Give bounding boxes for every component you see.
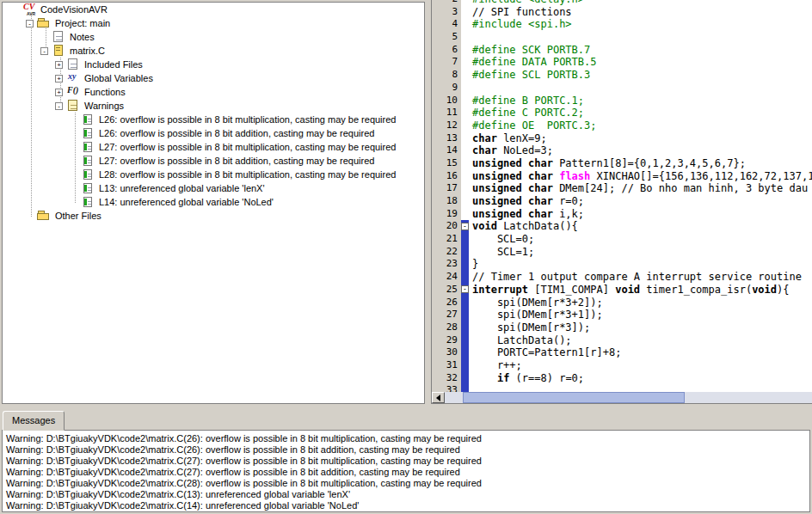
code-line[interactable]: 31 r++; (432, 359, 812, 372)
code-line[interactable]: 10#define B PORTC.1; (432, 95, 812, 107)
tree-item[interactable]: CodeVisionAVR (3, 3, 424, 16)
tree-item[interactable]: L28: overflow is possible in 8 bit multi… (3, 168, 424, 181)
code-line[interactable]: 18unsigned char r=0; (432, 195, 812, 208)
code-line[interactable]: 24// Timer 1 output compare A interrupt … (432, 271, 812, 284)
tree-item[interactable]: L27: overflow is possible in 8 bit multi… (3, 140, 424, 154)
tree-item[interactable]: L26: overflow is possible in 8 bit multi… (3, 113, 424, 126)
expand-icon[interactable]: + (55, 75, 63, 83)
code-line[interactable]: 12#define OE PORTC.3; (432, 119, 812, 132)
code-line[interactable]: 13char lenX=9; (432, 132, 812, 145)
fold-collapse-icon[interactable]: - (461, 285, 469, 293)
scrollbar-track[interactable] (445, 392, 812, 403)
expand-icon[interactable]: + (55, 89, 63, 96)
message-row[interactable]: Warning: D:\BTgiuakyVDK\code2\matrix.C(2… (6, 444, 809, 456)
code-line[interactable]: 27 spi(DMem[r*3+1]); (432, 309, 812, 321)
code-line[interactable]: 8#define SCL PORTB.3 (432, 69, 812, 82)
tree-item[interactable]: L13: unreferenced global variable 'lenX' (3, 181, 424, 195)
collapse-icon[interactable]: - (55, 102, 63, 110)
code-line[interactable]: 4#include <spi.h> (432, 18, 812, 31)
code-line[interactable]: 6#define SCK PORTB.7 (432, 44, 812, 57)
code-line[interactable]: 5 (432, 31, 812, 44)
gutter-marker-slot (461, 0, 469, 6)
collapse-icon[interactable]: - (26, 20, 34, 28)
tree-item[interactable]: Notes (3, 30, 424, 44)
code-line[interactable]: 26 spi(DMem[r*3+2]); (432, 297, 812, 309)
code-line[interactable]: 30 PORTC=Pattern1[r]+8; (432, 346, 812, 359)
tree-expander-slot: - (55, 102, 66, 110)
modified-line-marker: - (461, 284, 469, 297)
tree-item-label: L26: overflow is possible in 8 bit addit… (98, 128, 374, 138)
code-line[interactable]: 7#define DATA PORTB.5 (432, 56, 812, 69)
code-text: unsigned char DMem[24]; // Bo nho man hi… (469, 182, 812, 195)
code-line[interactable]: 14char NoLed=3; (432, 144, 812, 157)
scroll-left-button[interactable] (432, 392, 445, 403)
line-number: 30 (432, 346, 461, 359)
code-token: #define OE PORTC.3; (472, 119, 597, 132)
gutter-marker-slot (461, 95, 469, 107)
line-number: 17 (432, 182, 461, 195)
tree-item[interactable]: L14: unreferenced global variable 'NoLed… (3, 195, 424, 209)
modified-line-marker: - (461, 220, 469, 233)
tree-item[interactable]: -Project: main (3, 16, 424, 30)
expand-icon[interactable]: + (55, 61, 63, 69)
code-token (472, 372, 497, 384)
code-line[interactable]: 17unsigned char DMem[24]; // Bo nho man … (432, 182, 812, 195)
line-number: 5 (432, 31, 461, 44)
message-row[interactable]: Warning: D:\BTgiuakyVDK\code2\matrix.C(2… (6, 467, 809, 478)
message-row[interactable]: Warning: D:\BTgiuakyVDK\code2\matrix.C(2… (6, 478, 809, 489)
code-token: #define B PORTC.1; (472, 95, 584, 107)
collapse-icon[interactable]: - (40, 47, 48, 55)
tree-item[interactable]: +Functions (3, 85, 424, 99)
tree-item-label: Notes (69, 32, 95, 42)
code-line[interactable]: 29 LatchData(); (432, 334, 812, 347)
code-text: spi(DMem[r*3+2]); (469, 297, 603, 309)
line-number: 26 (432, 297, 461, 309)
tree-item[interactable]: L26: overflow is possible in 8 bit addit… (3, 126, 424, 140)
scrollbar-thumb[interactable] (463, 392, 685, 403)
code-line[interactable]: 15unsigned char Pattern1[8]={0,1,2,3,4,5… (432, 157, 812, 170)
line-number: 20 (432, 220, 461, 233)
line-number: 12 (432, 119, 461, 132)
code-line[interactable]: 11#define C PORTC.2; (432, 107, 812, 119)
message-row[interactable]: Warning: D:\BTgiuakyVDK\code2\matrix.C(1… (6, 489, 809, 500)
fold-collapse-icon[interactable]: - (461, 223, 469, 230)
tab-messages[interactable]: Messages (3, 411, 65, 431)
code-token: char (472, 144, 497, 156)
code-line[interactable]: 21 SCL=0; (432, 233, 812, 246)
code-token: interrupt (472, 284, 528, 296)
horizontal-splitter[interactable] (0, 404, 812, 411)
messages-tab-label: Messages (12, 415, 55, 425)
tree-item[interactable]: L27: overflow is possible in 8 bit addit… (3, 154, 424, 168)
left-arrow-icon (436, 395, 440, 401)
tree-item[interactable]: +Included Files (3, 58, 424, 71)
code-line[interactable]: 20-void LatchData(){ (432, 220, 812, 233)
warnpage-icon (66, 100, 81, 112)
code-line[interactable]: 32 if (r==8) r=0; (432, 372, 812, 385)
message-row[interactable]: Warning: D:\BTgiuakyVDK\code2\matrix.C(2… (6, 433, 809, 444)
code-line[interactable]: 28 spi(DMem[r*3]); (432, 321, 812, 334)
code-text: spi(DMem[r*3]); (469, 321, 590, 334)
line-number: 2 (432, 0, 461, 6)
tree-item[interactable]: -Warnings (3, 99, 424, 113)
code-line[interactable]: 2#include <delay.h> (432, 0, 812, 6)
modified-line-marker (461, 271, 469, 284)
tree-item[interactable]: +Global Variables (3, 71, 424, 85)
message-row[interactable]: Warning: D:\BTgiuakyVDK\code2\matrix.C(2… (6, 456, 809, 467)
tree-item-label: L27: overflow is possible in 8 bit addit… (98, 156, 374, 166)
code-line[interactable]: 23} (432, 258, 812, 271)
horizontal-scrollbar[interactable] (432, 392, 812, 403)
code-line[interactable]: 3// SPI functions (432, 6, 812, 19)
code-line[interactable]: 25-interrupt [TIM1_COMPA] void timer1_co… (432, 284, 812, 297)
code-line[interactable]: 22 SCL=1; (432, 246, 812, 259)
code-text (469, 82, 472, 95)
vertical-splitter[interactable] (425, 0, 431, 404)
code-area[interactable]: 2#include <delay.h>3// SPI functions4#in… (432, 0, 812, 397)
message-row[interactable]: Warning: D:\BTgiuakyVDK\code2\matrix.C(1… (6, 500, 809, 511)
code-line[interactable]: 9 (432, 82, 812, 95)
tree-item[interactable]: -matrix.C (3, 44, 424, 58)
gutter-marker-slot (461, 56, 469, 69)
code-token: PORTC=Pattern1[r]+8; (472, 346, 621, 358)
tree-item[interactable]: Other Files (3, 209, 424, 223)
code-line[interactable]: 16unsigned char flash XINCHAO[]={156,136… (432, 170, 812, 183)
code-line[interactable]: 19unsigned char i,k; (432, 208, 812, 221)
